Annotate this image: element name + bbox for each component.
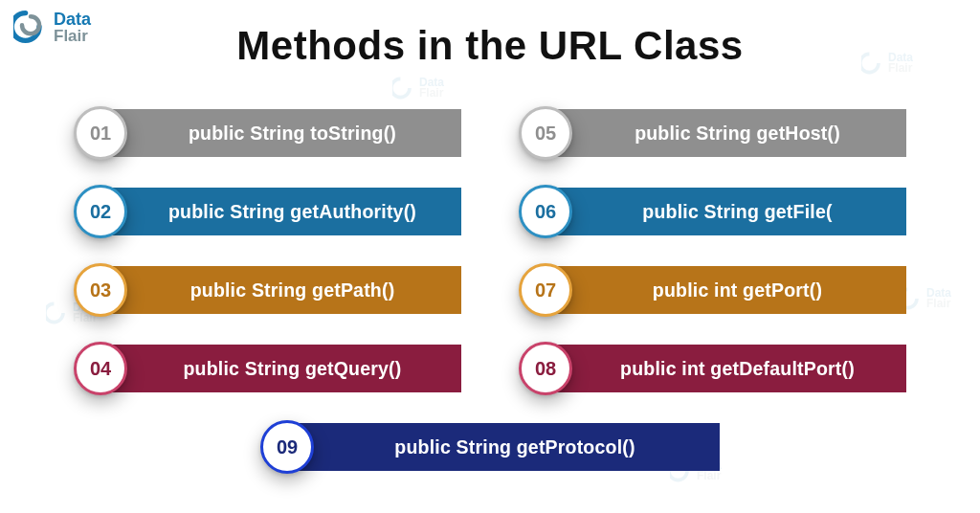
method-label: public String toString() bbox=[106, 109, 461, 157]
method-label: public String getHost() bbox=[551, 109, 906, 157]
method-number-badge: 04 bbox=[74, 342, 127, 395]
brand-word-2: Flair bbox=[54, 28, 91, 44]
watermark-icon: DataFlair bbox=[900, 287, 951, 310]
method-label: public int getDefaultPort() bbox=[551, 345, 906, 392]
method-number-badge: 05 bbox=[519, 106, 572, 160]
brand-logo-text: Data Flair bbox=[54, 11, 91, 44]
method-item-05: 05 public String getHost() bbox=[519, 103, 906, 163]
method-number-badge: 09 bbox=[260, 420, 314, 474]
method-item-06: 06 public String getFile( bbox=[519, 182, 906, 241]
method-item-02: 02 public String getAuthority() bbox=[74, 182, 461, 241]
brand-logo: Data Flair bbox=[13, 10, 91, 44]
brand-word-1: Data bbox=[54, 11, 91, 28]
method-item-07: 07 public int getPort() bbox=[519, 260, 906, 320]
watermark-icon: DataFlair bbox=[861, 52, 913, 75]
method-number-badge: 01 bbox=[74, 106, 127, 160]
method-item-08: 08 public int getDefaultPort() bbox=[519, 339, 906, 398]
method-item-01: 01 public String toString() bbox=[74, 103, 461, 163]
method-label: public String getPath() bbox=[106, 266, 461, 314]
method-item-04: 04 public String getQuery() bbox=[74, 339, 461, 398]
methods-grid: 01 public String toString() 05 public St… bbox=[74, 103, 906, 477]
method-number-badge: 03 bbox=[74, 263, 127, 317]
brand-logo-icon bbox=[13, 10, 48, 44]
method-number-badge: 06 bbox=[519, 185, 572, 238]
method-item-09: 09 public String getProtocol() bbox=[74, 417, 906, 477]
method-label: public String getFile( bbox=[551, 188, 906, 235]
page-title: Methods in the URL Class bbox=[236, 23, 743, 69]
method-label: public int getPort() bbox=[551, 266, 906, 314]
method-label: public String getAuthority() bbox=[106, 188, 461, 235]
method-number-badge: 07 bbox=[519, 263, 572, 317]
method-label: public String getQuery() bbox=[106, 345, 461, 392]
watermark-icon: DataFlair bbox=[392, 77, 444, 100]
method-number-badge: 02 bbox=[74, 185, 127, 238]
method-item-03: 03 public String getPath() bbox=[74, 260, 461, 320]
method-number-badge: 08 bbox=[519, 342, 572, 395]
method-label: public String getProtocol() bbox=[293, 423, 720, 471]
